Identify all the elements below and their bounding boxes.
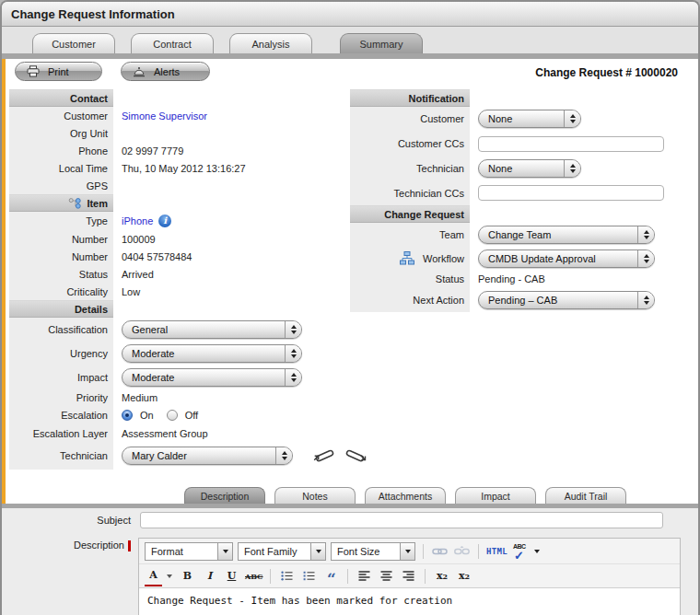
- subscript-button[interactable]: x2: [433, 567, 450, 586]
- notify-customer-select[interactable]: None: [478, 110, 581, 128]
- right-column: Notification Customer None Customer CCs …: [350, 89, 668, 312]
- notify-technician-select[interactable]: None: [478, 159, 581, 178]
- summary-content: Print Alerts Change Request # 1000020 Co…: [2, 59, 698, 615]
- escalation-row: Escalation On Off: [9, 406, 344, 424]
- select-arrows-icon: [637, 250, 654, 267]
- urgency-select[interactable]: Moderate: [122, 344, 302, 363]
- font-color-menu-arrow-icon[interactable]: [167, 574, 172, 578]
- customer-ccs-input[interactable]: [478, 136, 664, 152]
- toolbar-separator: [425, 569, 426, 584]
- tab-notes[interactable]: Notes: [274, 487, 356, 504]
- item-status-row: Status Arrived: [9, 265, 344, 283]
- description-label: Description: [2, 540, 131, 551]
- escalate-icon[interactable]: [311, 447, 335, 464]
- technician-ccs-row: Technician CCs: [350, 180, 668, 205]
- escalation-off-radio[interactable]: [167, 410, 178, 421]
- contact-section-header: Contact: [9, 89, 113, 107]
- workflow-row: Workflow CMDB Update Approval: [350, 247, 668, 270]
- escalation-on-radio[interactable]: [122, 410, 133, 421]
- notification-section-header: Notification: [350, 89, 470, 107]
- editor-content[interactable]: Change Request - Item has been marked fo…: [139, 588, 680, 613]
- strikethrough-button[interactable]: ABC: [245, 567, 262, 586]
- editor-toolbar-row2: A B I U ABC: [139, 564, 680, 588]
- select-arrows-icon: [285, 345, 301, 362]
- change-request-window: Change Request Information Customer Cont…: [0, 0, 700, 615]
- tab-summary[interactable]: Summary: [340, 33, 423, 53]
- item-phone-number-row: Number 0404 57578484: [9, 248, 344, 265]
- select-arrows-icon: [564, 110, 580, 127]
- blockquote-button[interactable]: “: [322, 563, 340, 589]
- align-center-button[interactable]: [378, 567, 395, 586]
- left-column: Contact Customer Simone Supervisor Org U…: [9, 89, 344, 470]
- dropdown-arrow-icon: [400, 543, 414, 560]
- cr-status-row: Status Pending - CAB: [350, 270, 668, 287]
- align-left-button[interactable]: [356, 567, 373, 586]
- impact-row: Impact Moderate: [9, 366, 344, 389]
- html-source-button[interactable]: HTML: [486, 542, 508, 561]
- tab-contract[interactable]: Contract: [131, 33, 214, 53]
- technician-select[interactable]: Mary Calder: [122, 447, 293, 465]
- customer-link[interactable]: Simone Supervisor: [122, 110, 207, 122]
- toolbar-separator: [270, 569, 271, 584]
- insert-link-icon[interactable]: [431, 542, 449, 561]
- item-type-row: Type iPhone i: [9, 212, 344, 230]
- notify-technician-row: Technician None: [350, 157, 668, 180]
- technician-ccs-input[interactable]: [478, 185, 664, 201]
- change-request-number: Change Request # 1000020: [535, 66, 678, 79]
- info-icon[interactable]: i: [158, 215, 171, 227]
- next-action-row: Next Action Pending – CAB: [350, 287, 668, 312]
- select-arrows-icon: [637, 226, 654, 243]
- format-select[interactable]: Format: [145, 542, 233, 561]
- escalation-layer-row: Escalation Layer Assessment Group: [9, 424, 344, 442]
- customer-ccs-row: Customer CCs: [350, 131, 668, 157]
- numbered-list-button[interactable]: [300, 567, 318, 586]
- italic-button[interactable]: I: [201, 567, 218, 586]
- tab-customer[interactable]: Customer: [32, 33, 115, 53]
- underline-button[interactable]: U: [223, 567, 240, 586]
- item-criticality-row: Criticality Low: [9, 283, 344, 300]
- alerts-button[interactable]: Alerts: [121, 62, 210, 81]
- bold-button[interactable]: B: [179, 567, 196, 586]
- font-family-select[interactable]: Font Family: [238, 542, 326, 561]
- tab-audit-trail[interactable]: Audit Trail: [545, 487, 626, 504]
- subject-input[interactable]: [140, 512, 663, 528]
- spellcheck-menu-arrow-icon[interactable]: [534, 550, 540, 553]
- select-arrows-icon: [564, 160, 580, 177]
- tab-description[interactable]: Description: [184, 487, 265, 504]
- spellcheck-icon[interactable]: ABC ✓: [512, 542, 528, 561]
- font-size-select[interactable]: Font Size: [331, 542, 415, 561]
- phone-row: Phone 02 9997 7779: [9, 142, 344, 159]
- print-button[interactable]: Print: [15, 62, 102, 81]
- select-arrows-icon: [275, 447, 292, 464]
- local-time-row: Local Time Thu, 10 May 2012 13:16:27: [9, 159, 344, 177]
- select-arrows-icon: [637, 292, 654, 308]
- next-action-select[interactable]: Pending – CAB: [478, 291, 655, 309]
- tab-attachments[interactable]: Attachments: [365, 487, 446, 504]
- workflow-hierarchy-icon: [400, 251, 414, 265]
- editor-toolbar-row1: Format Font Family Font Size: [139, 539, 680, 564]
- select-arrows-icon: [285, 321, 301, 338]
- toolbar-separator: [347, 569, 348, 584]
- main-tab-strip: Customer Contract Analysis Summary: [2, 28, 698, 53]
- tab-analysis[interactable]: Analysis: [229, 33, 312, 53]
- remove-link-icon[interactable]: [453, 542, 471, 561]
- item-relationship-icon: [68, 197, 82, 209]
- impact-select[interactable]: Moderate: [122, 368, 302, 387]
- deescalate-icon[interactable]: [344, 447, 368, 464]
- select-arrows-icon: [285, 369, 301, 386]
- team-row: Team Change Team: [350, 223, 668, 247]
- tab-impact[interactable]: Impact: [455, 487, 536, 504]
- bullet-list-button[interactable]: [278, 567, 296, 586]
- item-number-row: Number 100009: [9, 230, 344, 248]
- font-color-button[interactable]: A: [145, 566, 162, 586]
- dropdown-arrow-icon: [217, 543, 232, 560]
- notify-customer-row: Customer None: [350, 107, 668, 131]
- align-right-button[interactable]: [400, 567, 417, 586]
- superscript-button[interactable]: x2: [455, 567, 472, 586]
- workflow-select[interactable]: CMDB Update Approval: [478, 249, 655, 268]
- item-type-link[interactable]: iPhone: [122, 215, 153, 226]
- classification-select[interactable]: General: [122, 320, 302, 339]
- required-marker: [128, 540, 131, 551]
- team-select[interactable]: Change Team: [478, 226, 655, 244]
- details-section-header: Details: [9, 300, 113, 318]
